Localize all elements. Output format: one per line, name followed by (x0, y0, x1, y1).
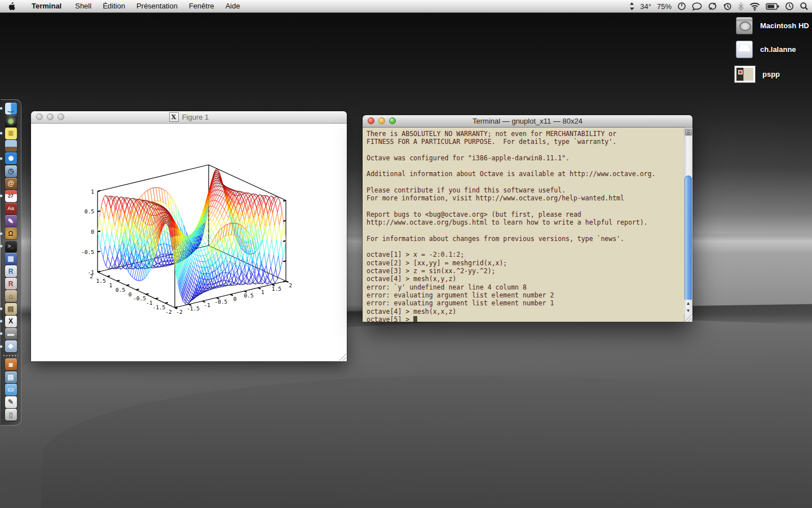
dock-item-lamp-app-icon[interactable]: ◙ (2, 358, 19, 371)
running-indicator (0, 308, 2, 310)
dock-item-tex-app-icon[interactable]: ✎ (2, 215, 19, 227)
dock-item-r64-app-icon[interactable]: R (2, 278, 19, 290)
dock-item-dictionary-icon[interactable]: Aa (2, 203, 19, 215)
dock-item-documents-folder-icon[interactable]: ▭ (2, 383, 19, 396)
svg-text:2: 2 (289, 282, 292, 288)
running-indicator (0, 332, 2, 335)
svg-text:1: 1 (91, 189, 94, 195)
dock-item-terminal-app-icon[interactable]: >_ (2, 240, 19, 252)
dock-item-address-book-icon[interactable]: @ (2, 177, 19, 190)
document-thumbnail-icon (735, 66, 755, 82)
dock-item-stack-documents-icon[interactable]: ▤ (2, 371, 19, 383)
x11-app-icon: X (169, 112, 179, 122)
dock-item-scroll-app-icon[interactable]: ▤ (2, 303, 19, 315)
menu-fenêtre[interactable]: Fenêtre (183, 0, 220, 12)
terminal-content[interactable]: There is ABSOLUTELY NO WARRANTY; not eve… (363, 128, 692, 322)
close-button[interactable] (368, 117, 374, 124)
figure-window: X Figure 1 -2-1.5-1-0.500.511.52-2-1.5-1… (31, 111, 347, 361)
svg-text:-0.5: -0.5 (81, 249, 94, 255)
battery-icon[interactable] (766, 3, 779, 10)
dock-item-finder-icon[interactable]: ‿ (2, 102, 19, 115)
figure-plot-area[interactable]: -2-1.5-1-0.500.511.52-2-1.5-1-0.500.511.… (31, 124, 347, 361)
figure-traffic-lights (36, 113, 64, 120)
sync-icon[interactable] (708, 2, 717, 11)
desktop-icon-label: pspp (762, 70, 780, 78)
temperature-readout[interactable]: 34° (640, 2, 651, 11)
bluetooth-icon[interactable] (738, 2, 744, 11)
external-drive-icon (736, 41, 753, 58)
menu-status-area: 34° 75% (629, 0, 809, 12)
scrollbar-track[interactable] (684, 137, 692, 300)
figure-plot-svg: -2-1.5-1-0.500.511.52-2-1.5-1-0.500.511.… (31, 124, 347, 361)
dock-items: ‿◉≣✦◷@27Aa✎Ω>_▦RR⌂▤X▬❖◙▤▭✎▯ (2, 102, 19, 421)
menu-shell[interactable]: Shell (69, 0, 97, 12)
dock-item-terminal-window-app-icon[interactable]: ▬ (2, 327, 19, 340)
dock: ‿◉≣✦◷@27Aa✎Ω>_▦RR⌂▤X▬❖◙▤▭✎▯ (1, 99, 21, 426)
dock-item-document-app-icon[interactable]: ✎ (2, 396, 19, 408)
terminal-scrollbar[interactable]: ▲ ▼ (684, 128, 692, 322)
desktop-icon-pspp[interactable]: pspp (735, 66, 780, 82)
scroll-down-button[interactable]: ▼ (684, 307, 692, 314)
dock-item-gnu-octave-icon[interactable]: Ω (2, 227, 19, 240)
svg-text:1: 1 (261, 289, 264, 295)
terminal-output[interactable]: There is ABSOLUTELY NO WARRANTY; not eve… (363, 128, 692, 322)
menu-édition[interactable]: Édition (97, 0, 131, 12)
figure-window-titlebar[interactable]: X Figure 1 (31, 111, 347, 124)
dock-item-r-app-icon[interactable]: R (2, 265, 19, 277)
spotlight-icon[interactable] (800, 2, 809, 11)
clock-icon[interactable] (785, 2, 794, 11)
dock-item-stickies-icon[interactable]: ≣ (2, 127, 19, 139)
dock-item-safari-icon[interactable]: ✦ (2, 152, 19, 165)
wifi-icon[interactable] (749, 2, 760, 11)
svg-text:0: 0 (91, 229, 94, 235)
menu-terminal[interactable]: Terminal (26, 0, 69, 12)
svg-text:-1.5: -1.5 (187, 305, 200, 312)
svg-text:-0.5: -0.5 (133, 295, 146, 301)
running-indicator (0, 320, 2, 322)
dock-item-dashboard-icon[interactable]: ◉ (2, 115, 19, 127)
terminal-window: Terminal — gnuplot_x11 — 80x24 There is … (363, 115, 692, 321)
dock-item-ical-icon[interactable]: 27 (2, 190, 19, 202)
zoom-button[interactable] (58, 113, 64, 120)
terminal-window-titlebar[interactable]: Terminal — gnuplot_x11 — 80x24 (363, 115, 692, 128)
running-indicator (0, 233, 2, 235)
dock-item-remote-hd-app-icon[interactable]: ▦ (2, 252, 19, 265)
minimize-button[interactable] (378, 117, 385, 124)
svg-text:-1.5: -1.5 (152, 304, 165, 310)
dock-item-x11-icon[interactable]: X (2, 315, 19, 327)
desktop-icon-label: Macintosh HD (760, 21, 809, 30)
svg-text:0.5: 0.5 (85, 208, 94, 214)
close-button[interactable] (36, 113, 43, 120)
desktop-icon-ch-lalanne[interactable]: ch.lalanne (736, 41, 796, 58)
running-indicator (0, 195, 2, 197)
scroll-up-button[interactable]: ▲ (684, 300, 692, 307)
dock-item-trash-icon[interactable]: ▯ (2, 409, 19, 421)
battery-percent-readout[interactable]: 75% (657, 2, 672, 11)
dock-item-clock-app-icon[interactable]: ◷ (2, 165, 19, 177)
zoom-button[interactable] (389, 117, 396, 124)
minimize-button[interactable] (47, 113, 54, 120)
scrollbar-thumb[interactable] (685, 176, 692, 313)
apple-menu-icon[interactable] (8, 2, 16, 11)
scrollback-widget-icon[interactable] (685, 129, 692, 135)
menu-présentation[interactable]: Présentation (131, 0, 183, 12)
dock-item-preview-icon[interactable] (2, 140, 19, 152)
svg-text:0: 0 (233, 296, 237, 302)
chat-icon[interactable] (692, 2, 702, 11)
svg-text:1: 1 (109, 282, 112, 288)
running-indicator (0, 245, 2, 247)
dock-item-photos-app-icon[interactable]: ❖ (2, 340, 19, 353)
running-indicator (0, 345, 2, 348)
menu-aide[interactable]: Aide (220, 0, 246, 12)
time-machine-icon[interactable] (723, 2, 732, 11)
menu-bar: TerminalShellÉditionPrésentationFenêtreA… (0, 0, 812, 13)
svg-text:-0.5: -0.5 (214, 299, 227, 305)
timer-icon[interactable] (677, 2, 686, 11)
dock-item-house-app-icon[interactable]: ⌂ (2, 290, 19, 303)
menu-items: TerminalShellÉditionPrésentationFenêtreA… (26, 0, 246, 12)
desktop-icon-macintosh-hd[interactable]: Macintosh HD (736, 17, 809, 34)
terminal-cursor (413, 316, 417, 322)
figure-window-title: Figure 1 (182, 113, 209, 121)
updown-arrows-icon[interactable] (629, 2, 634, 10)
svg-text:1.5: 1.5 (272, 286, 281, 292)
